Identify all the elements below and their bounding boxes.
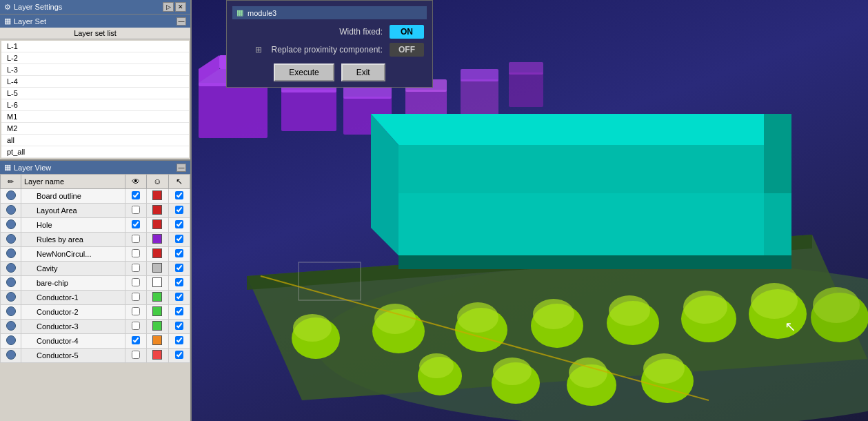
row-color-cell[interactable]	[147, 305, 168, 320]
dialog-width-row: Width fixed: ON	[235, 25, 424, 39]
row-visible-cell[interactable]	[125, 276, 146, 291]
row-icon-cell	[1, 247, 21, 262]
row-check-cell[interactable]	[168, 189, 190, 204]
col-check-header[interactable]: ↖	[168, 175, 190, 189]
layer-set-item[interactable]: pt_all	[1, 146, 189, 158]
smiley-col-icon: ☺	[153, 177, 161, 186]
dialog-overlay: ▦ module3 Width fixed: ON ⊞ Replace prox…	[226, 0, 433, 88]
visible-checkbox[interactable]	[132, 278, 140, 286]
layer-circle-icon	[6, 292, 16, 302]
row-check-cell[interactable]	[168, 334, 190, 349]
check-b-checkbox[interactable]	[175, 351, 183, 359]
layer-view-row: Conductor-3	[1, 320, 190, 334]
layer-set-minimize-btn[interactable]: —	[176, 17, 186, 26]
replace-toggle[interactable]: OFF	[390, 43, 424, 57]
visible-checkbox[interactable]	[132, 249, 140, 257]
header-close-btn[interactable]: ✕	[175, 2, 186, 12]
check-b-checkbox[interactable]	[175, 220, 183, 228]
visible-checkbox[interactable]	[132, 235, 140, 243]
row-color-cell[interactable]	[147, 334, 168, 349]
row-icon-cell	[1, 262, 21, 276]
visible-checkbox[interactable]	[132, 206, 140, 214]
check-b-checkbox[interactable]	[175, 307, 183, 315]
row-visible-cell[interactable]	[125, 218, 146, 233]
row-color-cell[interactable]	[147, 247, 168, 262]
row-color-cell[interactable]	[147, 189, 168, 204]
visible-checkbox[interactable]	[132, 336, 140, 344]
check-b-checkbox[interactable]	[175, 293, 183, 301]
row-visible-cell[interactable]	[125, 349, 146, 363]
row-color-cell[interactable]	[147, 218, 168, 233]
visible-checkbox[interactable]	[132, 293, 140, 301]
col-visible-header[interactable]: 👁	[125, 175, 146, 189]
row-check-cell[interactable]	[168, 247, 190, 262]
row-color-cell[interactable]	[147, 204, 168, 218]
row-check-cell[interactable]	[168, 276, 190, 291]
layer-view-row: Rules by area	[1, 233, 190, 247]
row-visible-cell[interactable]	[125, 204, 146, 218]
check-b-checkbox[interactable]	[175, 278, 183, 286]
layer-set-item[interactable]: M2	[1, 123, 189, 135]
row-check-cell[interactable]	[168, 349, 190, 363]
layer-view-minimize-btn[interactable]: —	[176, 164, 186, 172]
color-swatch	[152, 350, 162, 360]
layer-set-item[interactable]: M1	[1, 111, 189, 123]
row-color-cell[interactable]	[147, 276, 168, 291]
visible-checkbox[interactable]	[132, 264, 140, 272]
row-color-cell[interactable]	[147, 291, 168, 305]
row-color-cell[interactable]	[147, 262, 168, 276]
layer-view-table-container[interactable]: ✏ Layer name 👁 ☺ ↖	[0, 174, 190, 421]
row-visible-cell[interactable]	[125, 189, 146, 204]
check-b-checkbox[interactable]	[175, 264, 183, 272]
svg-point-25	[683, 291, 727, 324]
visible-checkbox[interactable]	[132, 322, 140, 330]
layer-set-item[interactable]: L-1	[1, 41, 189, 52]
width-fixed-toggle[interactable]: ON	[390, 25, 424, 39]
row-check-cell[interactable]	[168, 233, 190, 247]
layer-circle-icon	[6, 350, 16, 360]
visible-checkbox[interactable]	[132, 307, 140, 315]
row-check-cell[interactable]	[168, 305, 190, 320]
check-b-checkbox[interactable]	[175, 191, 183, 199]
header-arrow-btn[interactable]: ▷	[163, 2, 174, 12]
row-visible-cell[interactable]	[125, 305, 146, 320]
layer-set-item[interactable]: L-3	[1, 64, 189, 76]
row-color-cell[interactable]	[147, 320, 168, 334]
visible-checkbox[interactable]	[132, 351, 140, 359]
visible-checkbox[interactable]	[132, 220, 140, 228]
row-check-cell[interactable]	[168, 320, 190, 334]
layer-circle-icon	[6, 263, 16, 273]
color-swatch	[152, 234, 162, 244]
exit-button[interactable]: Exit	[341, 63, 385, 81]
row-visible-cell[interactable]	[125, 334, 146, 349]
row-visible-cell[interactable]	[125, 247, 146, 262]
row-check-cell[interactable]	[168, 291, 190, 305]
row-check-cell[interactable]	[168, 218, 190, 233]
row-visible-cell[interactable]	[125, 291, 146, 305]
layer-set-item[interactable]: L-4	[1, 76, 189, 88]
row-visible-cell[interactable]	[125, 262, 146, 276]
row-check-cell[interactable]	[168, 262, 190, 276]
layer-set-item[interactable]: L-5	[1, 88, 189, 99]
execute-button[interactable]: Execute	[274, 63, 334, 81]
check-b-checkbox[interactable]	[175, 336, 183, 344]
row-visible-cell[interactable]	[125, 320, 146, 334]
row-color-cell[interactable]	[147, 233, 168, 247]
col-name-header: Layer name	[21, 175, 125, 189]
row-color-cell[interactable]	[147, 349, 168, 363]
check-b-checkbox[interactable]	[175, 206, 183, 214]
row-visible-cell[interactable]	[125, 233, 146, 247]
layer-view-title-inner: ▦ Layer View	[4, 163, 51, 172]
color-swatch	[152, 292, 162, 302]
check-b-checkbox[interactable]	[175, 235, 183, 243]
row-name-cell: Conductor-1	[21, 291, 125, 305]
row-check-cell[interactable]	[168, 204, 190, 218]
visible-checkbox[interactable]	[132, 191, 140, 199]
check-b-checkbox[interactable]	[175, 249, 183, 257]
layer-set-item[interactable]: L-6	[1, 99, 189, 111]
layer-set-item[interactable]: all	[1, 135, 189, 146]
left-panel: ⚙ Layer Settings ▷ ✕ ▦ Layer Set — Layer…	[0, 0, 192, 421]
check-b-checkbox[interactable]	[175, 322, 183, 330]
col-smiley-header[interactable]: ☺	[147, 175, 168, 189]
layer-set-item[interactable]: L-2	[1, 52, 189, 64]
